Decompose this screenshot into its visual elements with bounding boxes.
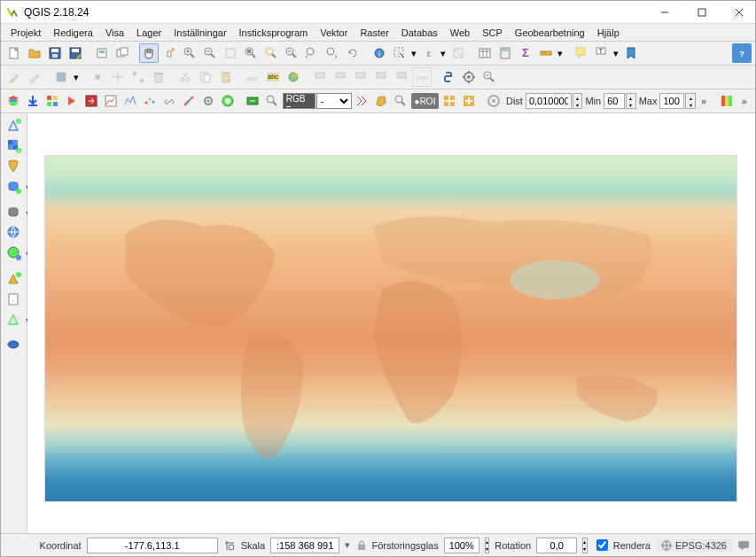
scp-classify-icon[interactable] <box>718 91 737 111</box>
delete-icon[interactable] <box>149 67 168 87</box>
menu-visa[interactable]: Visa <box>99 26 130 40</box>
save-as-icon[interactable] <box>66 43 85 63</box>
select-expr-dropdown-icon[interactable]: ▾ <box>439 43 448 63</box>
pan-tool-icon[interactable] <box>139 43 159 63</box>
magnifier-spinner[interactable]: ▴▾ <box>485 538 490 553</box>
magnifier-input[interactable] <box>444 538 479 553</box>
menu-installningar[interactable]: Inställningar <box>168 26 232 40</box>
max-spinner[interactable]: ▴▾ <box>685 93 696 109</box>
zoom-layer-icon[interactable] <box>282 43 301 63</box>
open-project-icon[interactable] <box>25 43 44 63</box>
bookmarks-icon[interactable] <box>621 43 641 63</box>
node-tool-icon[interactable] <box>129 67 148 87</box>
scale-dropdown-icon[interactable]: ▾ <box>345 538 350 553</box>
render-checkbox[interactable] <box>596 539 608 551</box>
label-unpin-icon[interactable] <box>331 67 350 87</box>
attribute-table-icon[interactable] <box>475 43 495 63</box>
coord-toggle-icon[interactable] <box>223 538 236 553</box>
field-calc-icon[interactable] <box>495 43 515 63</box>
select-dropdown-icon[interactable]: ▾ <box>409 43 418 63</box>
scp-add-icon[interactable] <box>459 91 478 111</box>
menu-projekt[interactable]: Projekt <box>4 26 47 40</box>
rotation-spinner[interactable]: ▴▾ <box>582 538 588 553</box>
label-change-icon[interactable] <box>392 67 411 87</box>
select-expression-icon[interactable]: ε <box>419 43 439 63</box>
scp-zoom2-icon[interactable] <box>392 91 410 111</box>
osm-icon[interactable] <box>479 67 499 87</box>
measure-dropdown-icon[interactable]: ▾ <box>556 43 565 63</box>
add-oracle-icon[interactable] <box>4 337 24 354</box>
annotation-icon[interactable]: T <box>592 43 612 63</box>
label-move-icon[interactable] <box>351 67 370 87</box>
select-features-icon[interactable] <box>390 43 409 63</box>
minimize-button[interactable] <box>654 4 675 20</box>
csw-icon[interactable]: csw <box>412 67 432 87</box>
scp-next-icon[interactable] <box>63 91 82 111</box>
menu-vektor[interactable]: Vektor <box>314 26 354 40</box>
move-feature-icon[interactable] <box>108 67 128 87</box>
save-edits-dropdown[interactable]: ▾ <box>72 67 81 87</box>
scp-import-icon[interactable] <box>82 91 101 111</box>
menu-scp[interactable]: SCP <box>476 26 509 40</box>
scp-link-icon[interactable] <box>160 91 179 111</box>
maximize-button[interactable] <box>691 4 713 20</box>
add-postgis-icon[interactable] <box>4 204 24 221</box>
scp-layers-icon[interactable] <box>4 91 23 111</box>
max-input[interactable] <box>659 93 684 109</box>
zoom-native-icon[interactable] <box>221 43 240 63</box>
min-spinner[interactable]: ▴▾ <box>626 93 636 109</box>
zoom-last-icon[interactable] <box>302 43 322 63</box>
add-virtual-icon[interactable] <box>4 311 24 329</box>
menu-raster[interactable]: Raster <box>354 26 394 40</box>
scale-input[interactable] <box>270 538 339 553</box>
close-button[interactable] <box>729 4 750 20</box>
add-wfs-icon[interactable] <box>4 270 24 288</box>
add-spatialite-icon[interactable] <box>4 178 24 196</box>
scp-chart-icon[interactable] <box>102 91 121 111</box>
dist-input[interactable] <box>526 93 572 109</box>
cut-icon[interactable] <box>175 67 195 87</box>
map-canvas[interactable] <box>45 156 737 501</box>
menu-redigera[interactable]: Redigera <box>47 26 99 40</box>
toolbar-expand-1[interactable]: » <box>698 96 709 106</box>
zoom-next-icon[interactable] <box>323 43 342 63</box>
messages-icon[interactable] <box>737 538 750 553</box>
annotation-dropdown-icon[interactable]: ▾ <box>612 43 620 63</box>
edit-pencil-icon[interactable] <box>25 67 44 87</box>
menu-geobearbetning[interactable]: Geobearbetning <box>509 26 591 40</box>
pan-selection-icon[interactable] <box>160 43 179 63</box>
maptips-icon[interactable] <box>572 43 591 63</box>
min-input[interactable] <box>604 93 625 109</box>
scp-scatter-icon[interactable] <box>141 91 160 111</box>
toolbar-expand-2[interactable]: » <box>739 96 750 106</box>
identify-icon[interactable]: i <box>370 43 389 63</box>
label-pin-icon[interactable] <box>310 67 330 87</box>
paste-icon[interactable] <box>216 67 236 87</box>
copy-icon[interactable] <box>196 67 215 87</box>
stats-icon[interactable]: Σ <box>516 43 535 63</box>
scp-tools-icon[interactable] <box>179 91 198 111</box>
add-feature-icon[interactable] <box>88 67 107 87</box>
processing-icon[interactable] <box>459 67 479 87</box>
help-icon[interactable]: ? <box>732 43 752 63</box>
scp-roi-grid-icon[interactable] <box>440 91 458 111</box>
menu-lager[interactable]: Lager <box>130 26 168 40</box>
menu-insticksprogram[interactable]: Insticksprogram <box>233 26 315 40</box>
zoom-out-icon[interactable] <box>200 43 220 63</box>
scp-guide-icon[interactable] <box>218 91 237 111</box>
label-abc-icon[interactable]: abc <box>243 67 262 87</box>
dist-spinner[interactable]: ▴▾ <box>573 93 583 109</box>
menu-hjalp[interactable]: Hjälp <box>591 26 626 40</box>
print-composer-icon[interactable] <box>92 43 112 63</box>
zoom-in-icon[interactable] <box>180 43 199 63</box>
rgb-band-select[interactable]: - <box>316 93 352 109</box>
scp-polygon-icon[interactable] <box>372 91 391 111</box>
scp-preview-icon[interactable] <box>353 91 371 111</box>
scp-spectral-icon[interactable] <box>121 91 140 111</box>
save-edits-icon[interactable] <box>51 67 71 87</box>
menu-databas[interactable]: Databas <box>395 26 444 40</box>
scp-input-icon[interactable] <box>244 91 262 111</box>
deselect-icon[interactable] <box>448 43 468 63</box>
label-tool-icon[interactable]: abc <box>263 67 283 87</box>
scp-settings-icon[interactable] <box>199 91 217 111</box>
